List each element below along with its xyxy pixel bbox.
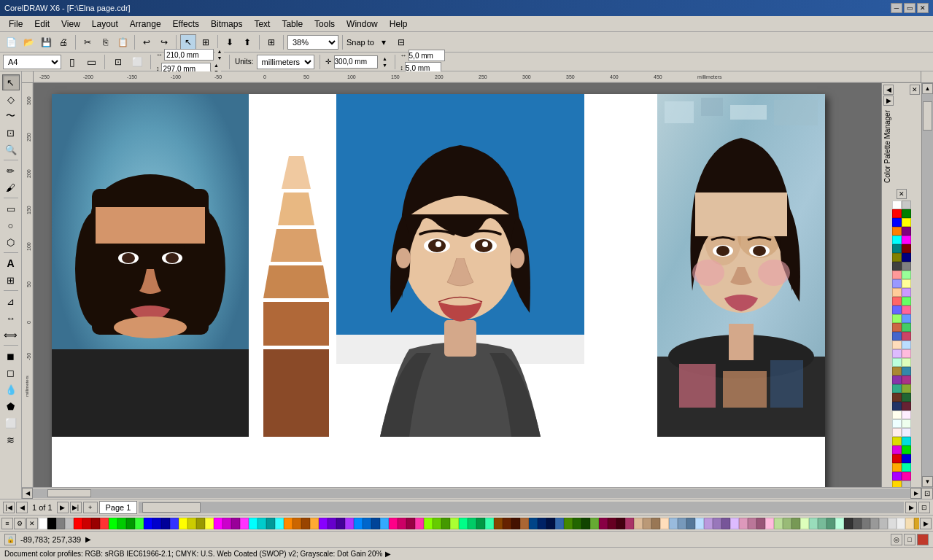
color-swatch[interactable] [892, 419, 902, 428]
artmedia-tool[interactable]: 🖌 [2, 179, 20, 195]
menu-edit[interactable]: Edit [28, 18, 55, 31]
color-bar-swatch[interactable] [888, 518, 897, 529]
color-swatch[interactable] [902, 253, 911, 262]
color-swatch[interactable] [902, 402, 911, 411]
color-bar-swatch[interactable] [608, 518, 616, 529]
pos-up[interactable]: ▲ [381, 55, 390, 62]
width-down[interactable]: ▼ [215, 55, 224, 61]
color-swatch[interactable] [892, 446, 902, 454]
color-swatch[interactable] [902, 209, 911, 218]
crop-tool[interactable]: ⊡ [2, 125, 20, 141]
color-bar-swatch[interactable] [529, 518, 538, 529]
page-size-select[interactable]: A4A3Letter [3, 55, 61, 69]
scroll-track-v[interactable] [922, 94, 933, 476]
color-bar-menu[interactable]: ≡ [1, 518, 13, 529]
color-bar-swatch[interactable] [371, 518, 380, 529]
scroll-down-arrow[interactable]: ▼ [922, 476, 933, 487]
menu-view[interactable]: View [55, 18, 86, 31]
zoom-select[interactable]: 38% 50% 100% [287, 35, 338, 50]
hscroll-thumb-extra[interactable] [142, 502, 201, 513]
color-swatch[interactable] [892, 218, 902, 227]
color-swatch[interactable] [902, 472, 911, 481]
color-bar-swatch[interactable] [249, 518, 258, 529]
color-bar-swatch[interactable] [625, 518, 634, 529]
color-bar-swatch[interactable] [599, 518, 608, 529]
color-swatch[interactable] [892, 428, 902, 437]
color-bar-swatch[interactable] [564, 518, 573, 529]
color-swatch[interactable] [902, 349, 911, 358]
color-bar-swatch[interactable] [336, 518, 345, 529]
color-bar-swatch[interactable] [415, 518, 424, 529]
color-swatch[interactable] [902, 367, 911, 376]
color-swatch[interactable] [902, 481, 911, 487]
menu-layout[interactable]: Layout [86, 18, 124, 31]
fill-indicator[interactable]: □ [904, 534, 915, 545]
color-bar-swatch[interactable] [47, 518, 56, 529]
color-bar-swatch[interactable] [485, 518, 494, 529]
width-up[interactable]: ▲ [215, 48, 224, 55]
color-bar-swatch[interactable] [774, 518, 783, 529]
color-mode-btn[interactable]: ◎ [891, 534, 902, 545]
color-bar-swatch[interactable] [686, 518, 695, 529]
color-bar-swatch[interactable] [301, 518, 310, 529]
color-bar-swatch[interactable] [363, 518, 371, 529]
page-tab[interactable]: Page 1 [99, 501, 138, 514]
color-swatch[interactable] [892, 244, 902, 253]
parallel-tool[interactable]: ⊿ [2, 293, 20, 309]
no-fill-btn[interactable]: ✕ [26, 518, 38, 529]
fill-tool[interactable]: ⬟ [2, 398, 20, 414]
color-bar-swatch[interactable] [651, 518, 660, 529]
transparency-tool[interactable]: ◻ [2, 365, 20, 381]
color-swatch[interactable] [892, 297, 902, 306]
color-swatch[interactable] [892, 349, 902, 358]
color-swatch[interactable] [902, 262, 911, 271]
import-button[interactable]: ⬇ [222, 34, 238, 50]
color-swatch[interactable] [902, 384, 911, 393]
new-button[interactable]: 📄 [3, 34, 19, 50]
menu-effects[interactable]: Effects [167, 18, 205, 31]
color-swatch[interactable] [902, 314, 911, 323]
first-page-btn[interactable]: |◀ [3, 502, 15, 513]
color-bar-swatch[interactable] [161, 518, 170, 529]
zoom-to-fit-btn2[interactable]: ⊡ [918, 502, 930, 513]
scroll-thumb-v[interactable] [923, 101, 932, 131]
color-bar-swatch[interactable] [468, 518, 476, 529]
color-bar-swatch[interactable] [634, 518, 643, 529]
position-input[interactable] [334, 55, 378, 69]
color-swatch[interactable] [902, 341, 911, 349]
color-bar-swatch[interactable] [511, 518, 520, 529]
eyedropper-tool[interactable]: 💧 [2, 381, 20, 397]
color-swatch[interactable] [892, 262, 902, 271]
connector-tool[interactable]: ↔ [2, 310, 20, 326]
color-bar-swatch[interactable] [389, 518, 398, 529]
scroll-up-arrow[interactable]: ▲ [922, 83, 933, 94]
undo-button[interactable]: ↩ [139, 34, 155, 50]
polygon-tool[interactable]: ⬡ [2, 234, 20, 250]
menu-table[interactable]: Table [276, 18, 309, 31]
color-bar-swatch[interactable] [293, 518, 301, 529]
color-bar-swatch[interactable] [503, 518, 511, 529]
menu-arrange[interactable]: Arrange [124, 18, 167, 31]
color-swatch[interactable] [892, 472, 902, 481]
color-swatch[interactable] [892, 314, 902, 323]
color-swatch[interactable] [902, 227, 911, 236]
color-swatch[interactable] [902, 218, 911, 227]
color-swatch[interactable] [902, 428, 911, 437]
palette-close-btn[interactable]: ✕ [910, 85, 920, 95]
color-swatch[interactable] [892, 279, 902, 288]
table-tool[interactable]: ⊞ [2, 272, 20, 288]
zoom-fit-btn[interactable]: ⊡ [921, 488, 933, 499]
color-bar-swatch[interactable] [739, 518, 748, 529]
color-expand-btn[interactable]: ▶ [920, 518, 932, 529]
color-swatch[interactable] [902, 271, 911, 279]
color-swatch[interactable] [892, 437, 902, 446]
color-bar-swatch[interactable] [424, 518, 433, 529]
color-bar-swatch[interactable] [914, 518, 919, 529]
pos-down[interactable]: ▼ [381, 62, 390, 69]
snap-options-button[interactable]: ⊟ [393, 34, 409, 50]
color-bar-swatch[interactable] [406, 518, 415, 529]
export-button[interactable]: ⬆ [239, 34, 255, 50]
color-bar-swatch[interactable] [897, 518, 905, 529]
color-bar-swatch[interactable] [187, 518, 196, 529]
color-bar-swatch[interactable] [152, 518, 161, 529]
